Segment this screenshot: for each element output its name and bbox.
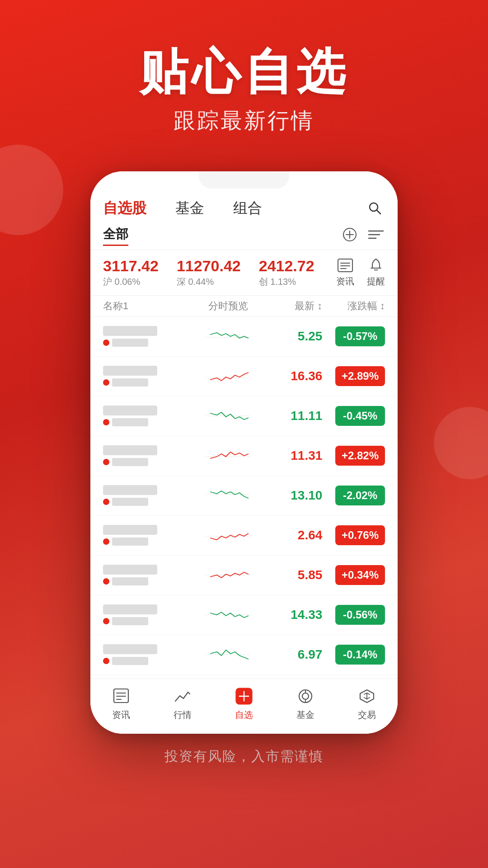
stock-price-col: 11.31 <box>267 448 322 463</box>
stock-name-blur <box>103 406 157 415</box>
search-icon <box>367 200 383 217</box>
mini-chart-7 <box>206 563 251 587</box>
mini-chart-5 <box>206 484 251 507</box>
filter-all-label[interactable]: 全部 <box>103 226 128 246</box>
filter-row: 全部 <box>90 222 398 250</box>
shanghai-label: 沪 0.06% <box>103 276 159 288</box>
stock-code-text <box>112 458 148 466</box>
nav-item-news[interactable]: 资讯 <box>111 686 131 721</box>
tab-fund[interactable]: 基金 <box>175 198 204 218</box>
stock-name-col <box>103 525 189 546</box>
stock-code <box>103 418 189 426</box>
disclaimer: 投资有风险，入市需谨慎 <box>0 734 488 775</box>
stock-price: 11.11 <box>291 409 322 423</box>
stock-code-text <box>112 577 148 585</box>
stock-name-col <box>103 406 189 426</box>
table-row[interactable]: 5.85 +0.34% <box>90 556 398 595</box>
nav-market-label: 行情 <box>174 709 192 721</box>
stock-change-col: +0.76% <box>322 525 385 545</box>
table-row[interactable]: 13.10 -2.02% <box>90 476 398 516</box>
stock-change-col: -2.02% <box>322 486 385 505</box>
stock-code-text <box>112 657 148 665</box>
stock-name-col <box>103 326 189 347</box>
stock-change-col: +2.89% <box>322 366 385 386</box>
table-row[interactable]: 6.97 -0.14% <box>90 635 398 675</box>
nav-trade-label: 交易 <box>358 709 376 721</box>
shenzhen-value: 11270.42 <box>177 257 241 275</box>
stock-code-text <box>112 418 148 426</box>
hero-section: 贴心自选 跟踪最新行情 <box>0 0 488 158</box>
nav-item-fund[interactable]: 基金 <box>296 686 315 721</box>
nav-item-market[interactable]: 行情 <box>173 686 192 721</box>
add-stock-button[interactable] <box>342 226 358 245</box>
hero-subtitle: 跟踪最新行情 <box>0 106 488 135</box>
news-label: 资讯 <box>336 275 354 288</box>
change-badge: -0.45% <box>335 406 385 426</box>
nav-item-trade[interactable]: 交易 <box>357 686 377 721</box>
stock-dot <box>103 658 109 664</box>
list-filter-button[interactable] <box>367 226 385 245</box>
stock-price-col: 6.97 <box>267 647 322 662</box>
stock-dot <box>103 578 109 585</box>
index-shenzhen[interactable]: 11270.42 深 0.44% <box>177 257 241 288</box>
table-row[interactable]: 5.25 -0.57% <box>90 317 398 357</box>
index-shanghai[interactable]: 3117.42 沪 0.06% <box>103 257 159 288</box>
news-action[interactable]: 资讯 <box>336 257 354 288</box>
stock-change-col: +0.34% <box>322 565 385 585</box>
svg-point-30 <box>302 693 309 699</box>
stock-chart-col <box>189 404 267 428</box>
stock-name-blur <box>103 644 157 654</box>
nav-market-icon <box>173 686 192 706</box>
stock-price-col: 2.64 <box>267 528 322 542</box>
tab-watchlist[interactable]: 自选股 <box>103 198 146 218</box>
stock-dot <box>103 499 109 505</box>
table-row[interactable]: 14.33 -0.56% <box>90 595 398 635</box>
stock-change-col: -0.56% <box>322 605 385 625</box>
mini-chart-9 <box>206 643 251 666</box>
mini-chart-6 <box>206 524 251 547</box>
stock-code <box>103 378 189 387</box>
stock-code-text <box>112 339 148 347</box>
stock-price-col: 5.25 <box>267 329 322 344</box>
col-header-change: 涨跌幅 ↕ <box>322 299 385 313</box>
phone-screen: 自选股 基金 组合 全部 <box>90 171 398 734</box>
nav-watchlist-label: 自选 <box>235 709 253 721</box>
nav-item-watchlist[interactable]: 自选 <box>234 686 254 721</box>
search-button[interactable] <box>365 198 385 218</box>
stock-name-col <box>103 445 189 466</box>
add-icon <box>342 226 358 243</box>
index-chinext[interactable]: 2412.72 创 1.13% <box>259 257 314 288</box>
mini-chart-3 <box>206 404 251 428</box>
mini-chart-1 <box>206 325 251 348</box>
mini-chart-2 <box>206 364 251 388</box>
stock-price-col: 11.11 <box>267 409 322 423</box>
alert-action[interactable]: 提醒 <box>367 257 385 288</box>
table-row[interactable]: 2.64 +0.76% <box>90 516 398 556</box>
stock-price: 13.10 <box>291 488 322 502</box>
stock-dot <box>103 419 109 425</box>
stock-price: 5.85 <box>298 568 323 582</box>
stock-code-text <box>112 498 148 506</box>
tab-portfolio[interactable]: 组合 <box>233 198 262 218</box>
svg-line-1 <box>377 210 381 214</box>
stock-price: 14.33 <box>291 608 322 622</box>
stock-dot <box>103 379 109 386</box>
stock-name-blur <box>103 445 157 455</box>
stock-name-blur <box>103 366 157 376</box>
stock-chart-col <box>189 325 267 348</box>
phone-wrapper: 自选股 基金 组合 全部 <box>0 171 488 734</box>
table-row[interactable]: 11.11 -0.45% <box>90 396 398 436</box>
stock-dot <box>103 538 109 545</box>
stock-code <box>103 657 189 665</box>
change-badge: +0.76% <box>335 525 385 545</box>
index-actions: 资讯 提醒 <box>336 257 385 288</box>
market-nav-icon <box>174 688 192 705</box>
stock-code-text <box>112 617 148 625</box>
table-row[interactable]: 11.31 +2.82% <box>90 436 398 476</box>
svg-rect-8 <box>338 259 352 272</box>
filter-icons <box>342 226 385 245</box>
stock-name-blur <box>103 565 157 575</box>
table-row[interactable]: 16.36 +2.89% <box>90 357 398 396</box>
chinext-value: 2412.72 <box>259 257 314 275</box>
stock-chart-col <box>189 643 267 666</box>
